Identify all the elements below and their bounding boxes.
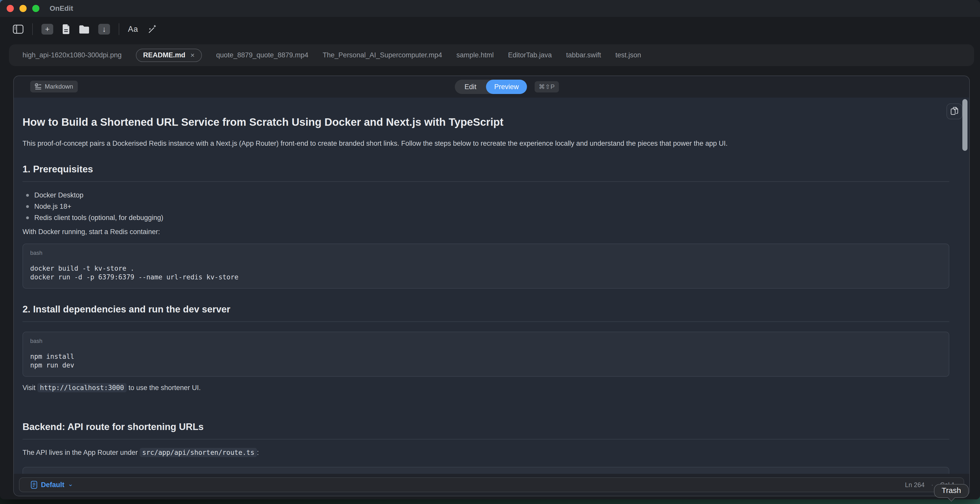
code-line: docker build -t kv-store . bbox=[30, 264, 942, 273]
mode-dropdown[interactable]: Default ⌄ bbox=[31, 481, 73, 489]
zoom-window-button[interactable] bbox=[32, 5, 40, 12]
preview-tab-button[interactable]: Preview bbox=[486, 80, 527, 94]
tab-sample-html[interactable]: sample.html bbox=[457, 51, 494, 59]
font-size-button[interactable]: Aa bbox=[128, 25, 138, 34]
tab-quote-mp4[interactable]: quote_8879_quote_8879.mp4 bbox=[216, 51, 308, 59]
toolbar-separator bbox=[119, 23, 119, 35]
folder-icon bbox=[79, 25, 89, 33]
markdown-preview: How to Build a Shortened URL Service fro… bbox=[14, 97, 969, 474]
chevron-down-icon: ⌄ bbox=[68, 480, 73, 488]
paragraph: With Docker running, start a Redis conta… bbox=[22, 228, 949, 236]
tab-tabbar-swift[interactable]: tabbar.swift bbox=[566, 51, 601, 59]
section-heading-install: 2. Install dependencies and run the dev … bbox=[22, 304, 949, 315]
minimize-window-button[interactable] bbox=[19, 5, 27, 12]
code-line: npm run dev bbox=[30, 361, 942, 370]
list-item: Docker Desktop bbox=[22, 190, 949, 201]
download-arrow-icon: ↓ bbox=[102, 25, 106, 33]
mode-badge-label: Markdown bbox=[45, 83, 73, 90]
save-download-button[interactable]: ↓ bbox=[98, 24, 110, 35]
copy-icon bbox=[950, 107, 959, 116]
sidebar-icon bbox=[13, 25, 24, 34]
toolbar: + ↓ Aa bbox=[0, 17, 980, 41]
sidebar-toggle-button[interactable] bbox=[13, 25, 24, 34]
profile-document-icon bbox=[31, 481, 37, 489]
tooltip-tail bbox=[947, 493, 955, 501]
toolbar-separator bbox=[32, 23, 33, 35]
section-heading-prerequisites: 1. Prerequisites bbox=[22, 164, 949, 175]
tab-readme-md-active[interactable]: README.md × bbox=[136, 49, 202, 62]
heading-divider bbox=[22, 439, 949, 439]
preview-shortcut-badge: ⌘⇧P bbox=[535, 81, 559, 93]
scrollbar-thumb[interactable] bbox=[963, 99, 967, 151]
tab-personal-ai-mp4[interactable]: The_Personal_AI_Supercomputer.mp4 bbox=[323, 51, 442, 59]
status-bar: Default ⌄ Ln 264 · Col 1 bbox=[19, 477, 964, 492]
ai-assist-button[interactable] bbox=[147, 24, 157, 34]
copy-document-button[interactable] bbox=[947, 104, 963, 120]
line-indicator: Ln 264 bbox=[905, 481, 924, 489]
editor-panel: Markdown Edit Preview ⌘⇧P How to Build a… bbox=[13, 75, 970, 496]
doc-intro: This proof-of-concept pairs a Dockerised… bbox=[22, 140, 949, 148]
paragraph-api: The API lives in the App Router under sr… bbox=[22, 449, 949, 457]
open-folder-button[interactable] bbox=[79, 25, 89, 33]
code-language-label: bash bbox=[30, 338, 942, 345]
tab-high-api-png[interactable]: high_api-1620x1080-300dpi.png bbox=[22, 51, 121, 59]
new-file-button[interactable]: + bbox=[41, 24, 53, 35]
list-item: Node.js 18+ bbox=[22, 201, 949, 212]
document-button[interactable] bbox=[62, 24, 70, 34]
heading-divider bbox=[22, 321, 949, 322]
code-line: npm install bbox=[30, 352, 942, 361]
window-controls bbox=[6, 5, 40, 12]
code-line: docker run -d -p 6379:6379 --name url-re… bbox=[30, 273, 942, 281]
section-heading-backend: Backend: API route for shortening URLs bbox=[22, 421, 949, 432]
tab-test-json[interactable]: test.json bbox=[616, 51, 641, 59]
title-bar: OnEdit bbox=[0, 0, 980, 17]
markdown-mode-badge[interactable]: Markdown bbox=[30, 81, 78, 93]
tab-label: README.md bbox=[143, 51, 185, 59]
close-tab-icon[interactable]: × bbox=[190, 52, 194, 59]
app-title: OnEdit bbox=[49, 4, 73, 13]
edit-tab-button[interactable]: Edit bbox=[455, 83, 486, 91]
tab-editortab-java[interactable]: EditorTab.java bbox=[508, 51, 552, 59]
inline-code-localhost: http://localhost:3000 bbox=[37, 383, 127, 392]
code-language-label: ts bbox=[30, 473, 942, 474]
plus-icon: + bbox=[45, 25, 49, 33]
heading-divider bbox=[22, 181, 949, 182]
app-window: OnEdit + ↓ Aa bbox=[0, 0, 980, 499]
mode-dropdown-label: Default bbox=[41, 481, 64, 489]
inline-code-route-path: src/app/api/shorten/route.ts bbox=[140, 448, 257, 457]
document-icon bbox=[62, 24, 70, 34]
tooltip-label: Trash bbox=[942, 486, 961, 494]
code-block-npm: bash npm install npm run dev bbox=[22, 332, 949, 377]
edit-preview-toggle: Edit Preview bbox=[455, 80, 527, 94]
separator-dot: · bbox=[931, 481, 933, 489]
code-block-ts: ts bbox=[22, 467, 949, 474]
code-block-docker: bash docker build -t kv-store . docker r… bbox=[22, 244, 949, 289]
code-language-label: bash bbox=[30, 250, 942, 256]
paragraph-visit: Visit http://localhost:3000 to use the s… bbox=[22, 384, 949, 392]
editor-header: Markdown Edit Preview ⌘⇧P bbox=[14, 76, 969, 97]
list-item: Redis client tools (optional, for debugg… bbox=[22, 212, 949, 223]
prerequisites-list: Docker Desktop Node.js 18+ Redis client … bbox=[22, 190, 949, 223]
close-window-button[interactable] bbox=[6, 5, 14, 12]
tab-bar: high_api-1620x1080-300dpi.png README.md … bbox=[9, 44, 974, 66]
checklist-icon bbox=[35, 83, 42, 90]
font-size-label: Aa bbox=[128, 25, 138, 34]
dock-tooltip-trash: Trash bbox=[934, 484, 969, 498]
magic-wand-icon bbox=[147, 24, 157, 34]
doc-title: How to Build a Shortened URL Service fro… bbox=[22, 115, 949, 129]
